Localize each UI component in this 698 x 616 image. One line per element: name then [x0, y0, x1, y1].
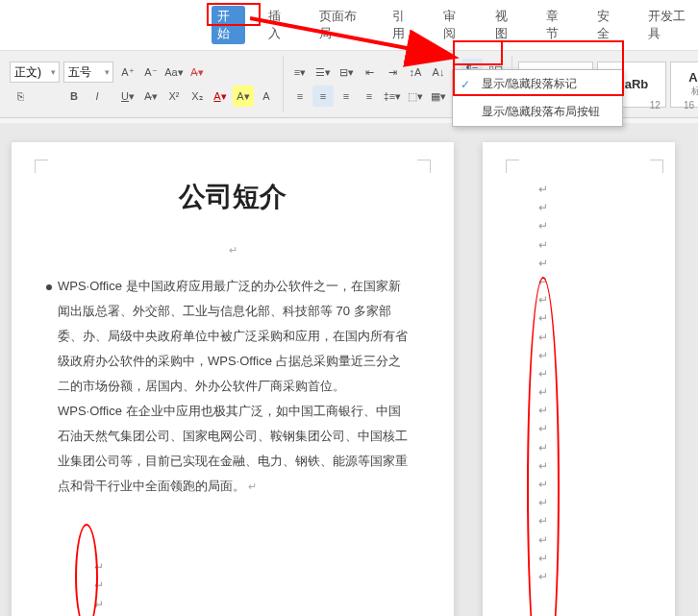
margin-corner-icon	[506, 160, 519, 173]
paragraph-mark-icon: ↵	[538, 568, 548, 586]
margin-corner-icon	[650, 160, 663, 173]
paragraph-marks-col1: ↵ ↵ ↵ ↵	[94, 558, 104, 616]
document-body: WPS·Office 是中国政府应用最广泛的办公软件之一，在国家新闻出版总署、外…	[58, 274, 408, 499]
paragraph-mark-icon: ↵	[538, 365, 548, 383]
highlight-button[interactable]: A▾	[233, 86, 254, 107]
subscript-button[interactable]: X₂	[187, 86, 208, 107]
paragraph-mark-icon: ↵	[94, 558, 104, 577]
page-1[interactable]: 公司短介 ↵ WPS·Office 是中国政府应用最广泛的办公软件之一，在国家新…	[12, 142, 454, 616]
clear-format-button[interactable]: A̶▾	[187, 62, 208, 83]
char-border-button[interactable]: A	[256, 86, 277, 107]
border-button[interactable]: ▦▾	[428, 86, 449, 107]
tab-view[interactable]: 视图	[489, 6, 523, 44]
dropdown-item-marks[interactable]: ✓ 显示/隐藏段落标记	[453, 70, 622, 98]
text-direction-button[interactable]: ↕A	[405, 62, 426, 83]
tab-layout[interactable]: 页面布局	[313, 6, 369, 44]
paragraph-mark-icon: ↵	[538, 531, 548, 550]
document-area: 公司短介 ↵ WPS·Office 是中国政府应用最广泛的办公软件之一，在国家新…	[0, 123, 698, 616]
check-icon: ✓	[461, 78, 474, 91]
align-left-button[interactable]: ≡	[289, 86, 311, 107]
paragraph-mark-icon: ↵	[538, 550, 548, 568]
bold-button[interactable]: B	[63, 86, 85, 107]
show-marks-dropdown: ✓ 显示/隐藏段落标记 显示/隐藏段落布局按钮	[452, 69, 623, 127]
dropdown-item-layout[interactable]: 显示/隐藏段落布局按钮	[453, 98, 622, 126]
margin-corner-icon	[417, 160, 431, 173]
paragraph-mark-icon: ↵	[538, 291, 548, 309]
paragraph-mark-icon: ↵	[538, 199, 548, 217]
tab-developer[interactable]: 开发工具	[642, 6, 698, 44]
ribbon-tabs: 开始 插入 页面布局 引用 审阅 视图 章节 安全 开发工具	[0, 0, 698, 51]
paragraph-mark-icon: ↵	[538, 402, 548, 420]
paragraph-mark-icon: ↵	[538, 329, 548, 347]
paragraph-mark-icon: ↵	[94, 577, 104, 595]
font-size-select[interactable]: 五号	[63, 62, 113, 83]
multilevel-list-button[interactable]: ⊟▾	[336, 62, 357, 83]
tab-reference[interactable]: 引用	[386, 6, 420, 44]
ruler-16: 16	[684, 100, 694, 115]
paragraph-mark-icon: ↵	[538, 309, 548, 328]
decrease-indent-button[interactable]: ⇤	[359, 62, 380, 83]
ruler-12: 12	[650, 100, 661, 115]
tab-insert[interactable]: 插入	[262, 6, 296, 44]
paragraph-mark-icon: ↵	[94, 596, 104, 614]
document-title: 公司短介	[58, 179, 408, 215]
strike-button[interactable]: A̶▾	[140, 86, 162, 107]
tab-review[interactable]: 审阅	[437, 6, 471, 44]
italic-button[interactable]: I	[87, 86, 108, 107]
font-color-button[interactable]: A▾	[210, 86, 231, 107]
font-name-select[interactable]: 正文)	[10, 62, 60, 83]
paragraph-mark-icon: ↵	[538, 181, 548, 199]
document-body-text: WPS·Office 是中国政府应用最广泛的办公软件之一，在国家新闻出版总署、外…	[58, 279, 408, 493]
paragraph-mark-icon: ↵	[245, 480, 257, 492]
paragraph-mark-icon: ↵	[538, 512, 548, 530]
paragraph-mark-icon: ↵	[538, 236, 548, 255]
tab-security[interactable]: 安全	[591, 6, 625, 44]
sort-button[interactable]: A↓	[428, 62, 449, 83]
copy-button[interactable]: ⎘	[10, 86, 31, 107]
style-h2-preview: AaBb	[688, 70, 698, 85]
paragraph-mark-icon: ↵	[538, 494, 548, 512]
dropdown-item-marks-label: 显示/隐藏段落标记	[482, 76, 577, 92]
dropdown-item-layout-label: 显示/隐藏段落布局按钮	[482, 104, 600, 120]
tab-start[interactable]: 开始	[212, 6, 245, 44]
paragraph-mark-icon: ↵	[538, 457, 548, 476]
change-case-button[interactable]: Aa▾	[163, 62, 185, 83]
style-h2-label: 标题 2	[691, 85, 698, 98]
ruler: 12 16	[650, 100, 698, 115]
paragraph-mark-icon: ↵	[538, 476, 548, 494]
shading-button[interactable]: ⬚▾	[405, 86, 426, 107]
decrease-font-button[interactable]: A⁻	[140, 62, 162, 83]
paragraph-mark-icon: ↵	[538, 383, 548, 402]
align-center-button[interactable]: ≡	[312, 86, 334, 107]
underline-button[interactable]: U▾	[117, 86, 138, 107]
margin-corner-icon	[35, 160, 48, 173]
bullet-icon	[46, 284, 52, 290]
paragraph-mark-icon: ↵	[538, 255, 548, 273]
paragraph-mark-icon: ↵	[538, 439, 548, 457]
paragraph-marks-col2: ↵↵↵↵↵↵↵↵↵↵↵↵↵↵↵↵↵↵↵↵↵↵	[538, 181, 548, 586]
tab-section[interactable]: 章节	[540, 6, 574, 44]
paragraph-mark-icon: ↵	[538, 273, 548, 291]
number-list-button[interactable]: ☰▾	[312, 62, 334, 83]
increase-indent-button[interactable]: ⇥	[382, 62, 403, 83]
paragraph-mark-icon: ↵	[538, 217, 548, 235]
line-spacing-button[interactable]: ‡≡▾	[382, 86, 403, 107]
paragraph-mark-icon: ↵	[58, 244, 408, 257]
increase-font-button[interactable]: A⁺	[117, 62, 138, 83]
align-right-button[interactable]: ≡	[336, 86, 357, 107]
superscript-button[interactable]: X²	[163, 86, 185, 107]
paragraph-mark-icon: ↵	[538, 347, 548, 365]
page-2[interactable]: ↵↵↵↵↵↵↵↵↵↵↵↵↵↵↵↵↵↵↵↵↵↵	[483, 142, 675, 616]
align-justify-button[interactable]: ≡	[359, 86, 380, 107]
paragraph-mark-icon: ↵	[538, 420, 548, 438]
bullet-list-button[interactable]: ≡▾	[289, 62, 311, 83]
